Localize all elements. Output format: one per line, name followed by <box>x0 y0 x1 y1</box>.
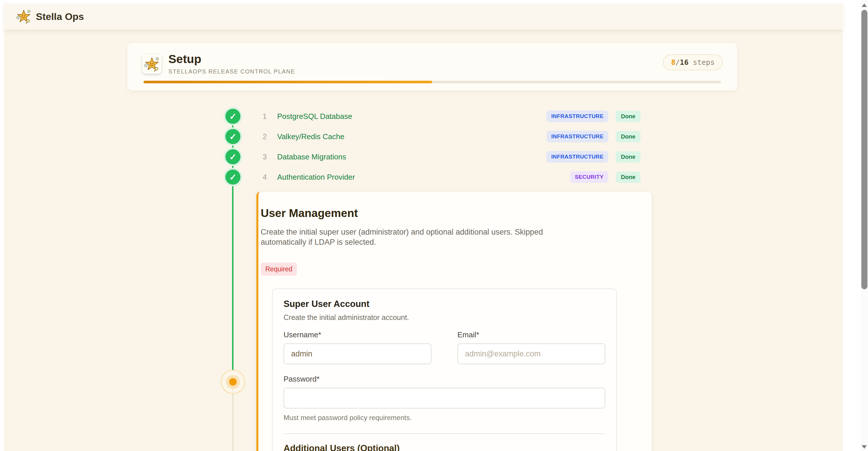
password-input[interactable] <box>283 388 605 409</box>
app-logo-star-icon <box>16 9 31 24</box>
username-field-group: Username* <box>283 330 431 364</box>
section-divider <box>283 433 605 434</box>
steps-done-count: 8 <box>671 58 675 67</box>
current-step-dot-icon <box>229 378 237 386</box>
setup-card: Setup STELLAOPS RELEASE CONTROL PLANE 8/… <box>127 43 737 91</box>
step-1-check-icon: ✓ <box>225 109 241 124</box>
category-badge: SECURITY <box>570 171 608 183</box>
section-title: User Management <box>261 207 640 220</box>
step-row-auth-provider[interactable]: 4 Authentication Provider SECURITY Done <box>256 167 651 187</box>
section-description: Create the initial super user (administr… <box>261 227 578 247</box>
step-row-postgresql[interactable]: 1 PostgreSQL Database INFRASTRUCTURE Don… <box>256 106 651 126</box>
status-badge: Done <box>616 171 641 183</box>
setup-titles: Setup STELLAOPS RELEASE CONTROL PLANE <box>168 53 295 75</box>
scrollbar-down-arrow-icon[interactable] <box>862 445 867 449</box>
category-badge: INFRASTRUCTURE <box>547 131 608 142</box>
email-label: Email* <box>458 330 605 339</box>
steps-total-count: 16 <box>680 58 689 67</box>
steps-count-badge: 8/16 steps <box>663 54 723 70</box>
category-badge: INFRASTRUCTURE <box>547 110 608 122</box>
setup-logo-star-icon <box>144 56 160 72</box>
step-number: 1 <box>263 112 270 121</box>
step-number: 3 <box>263 153 270 161</box>
additional-users-title: Additional Users (Optional) <box>283 443 605 451</box>
email-input[interactable] <box>458 343 605 364</box>
password-helper-text: Must meet password policy requirements. <box>283 414 605 422</box>
page-subtitle: STELLAOPS RELEASE CONTROL PLANE <box>168 68 295 75</box>
super-user-title: Super User Account <box>283 299 605 309</box>
required-badge: Required <box>261 263 297 276</box>
username-label: Username* <box>283 330 431 339</box>
step-3-check-icon: ✓ <box>225 149 241 164</box>
username-email-grid: Username* Email* <box>283 330 605 364</box>
step-title: Authentication Provider <box>277 173 355 182</box>
super-user-account-box: Super User Account Create the initial ad… <box>272 288 617 451</box>
step-4-check-icon: ✓ <box>225 169 241 185</box>
step-2-check-icon: ✓ <box>225 129 241 144</box>
password-label: Password* <box>283 375 605 384</box>
status-badge: Done <box>616 151 641 163</box>
scrollbar-thumb[interactable] <box>861 10 867 289</box>
top-bar: Stella Ops <box>4 3 843 30</box>
app-name: Stella Ops <box>36 11 84 22</box>
email-field-group: Email* <box>458 330 605 364</box>
step-row-db-migrations[interactable]: 3 Database Migrations INFRASTRUCTURE Don… <box>256 147 651 167</box>
category-badge: INFRASTRUCTURE <box>547 151 608 163</box>
scrollbar-track[interactable] <box>861 0 868 451</box>
step-title: PostgreSQL Database <box>277 112 352 121</box>
steps-count-label: steps <box>689 58 715 67</box>
step-row-valkey-redis[interactable]: 2 Valkey/Redis Cache INFRASTRUCTURE Done <box>256 126 651 147</box>
status-badge: Done <box>616 111 641 122</box>
status-badge: Done <box>616 131 641 142</box>
setup-logo-box <box>142 55 161 74</box>
scrollbar-up-arrow-icon[interactable] <box>862 3 867 7</box>
steps-count-separator: / <box>676 58 680 67</box>
progress-fill <box>144 81 432 83</box>
user-management-card: User Management Create the initial super… <box>256 192 652 451</box>
setup-progress-bar <box>144 81 721 83</box>
step-number: 4 <box>263 173 270 182</box>
username-input[interactable] <box>283 343 431 364</box>
step-number: 2 <box>263 132 270 141</box>
step-title: Database Migrations <box>277 153 346 161</box>
step-title: Valkey/Redis Cache <box>277 132 344 141</box>
page-title: Setup <box>168 53 295 65</box>
timeline-upcoming-line <box>232 385 234 451</box>
super-user-description: Create the initial administrator account… <box>283 313 605 322</box>
setup-card-header: Setup STELLAOPS RELEASE CONTROL PLANE <box>142 53 295 75</box>
